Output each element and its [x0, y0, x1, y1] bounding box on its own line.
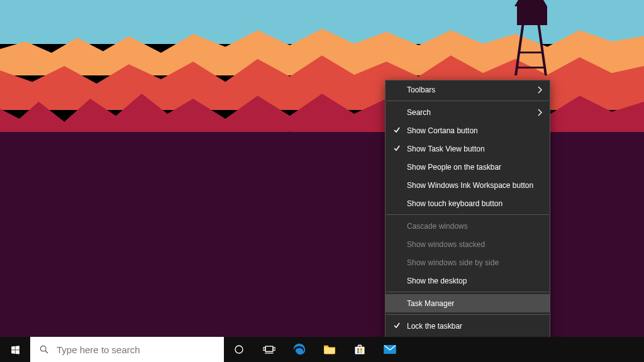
menu-label: Toolbars	[407, 85, 435, 94]
mail-button[interactable]	[375, 337, 405, 362]
menu-label: Show touch keyboard button	[407, 199, 502, 208]
taskbar[interactable]	[0, 337, 644, 362]
menu-item-search[interactable]: Search	[386, 103, 550, 121]
menu-label: Task Manager	[407, 299, 454, 308]
menu-label: Show windows stacked	[407, 240, 485, 249]
task-view-icon	[263, 344, 275, 354]
menu-separator	[386, 101, 549, 101]
watchtower-graphic	[512, 6, 550, 75]
menu-item-show-task-view-button[interactable]: Show Task View button	[386, 140, 550, 158]
folder-icon	[323, 344, 336, 355]
search-input[interactable]	[55, 336, 224, 362]
menu-item-show-touch-keyboard[interactable]: Show touch keyboard button	[386, 194, 550, 212]
task-view-button[interactable]	[254, 337, 284, 362]
svg-point-2	[235, 346, 243, 353]
cortana-icon	[233, 344, 245, 355]
menu-item-show-windows-stacked: Show windows stacked	[386, 235, 550, 253]
cortana-button[interactable]	[224, 337, 254, 362]
chevron-right-icon	[537, 86, 542, 94]
menu-label: Lock the taskbar	[407, 322, 462, 331]
search-icon	[39, 344, 49, 354]
menu-item-toolbars[interactable]: Toolbars	[386, 80, 550, 99]
check-icon	[393, 322, 401, 329]
svg-rect-11	[360, 351, 362, 353]
menu-item-show-people[interactable]: Show People on the taskbar	[386, 158, 550, 176]
menu-item-show-cortana-button[interactable]: Show Cortana button	[386, 121, 550, 140]
mail-icon	[383, 344, 397, 354]
menu-item-show-windows-side-by-side: Show windows side by side	[386, 253, 550, 272]
svg-line-1	[45, 351, 48, 353]
svg-rect-10	[357, 351, 359, 353]
windows-logo-icon	[10, 344, 21, 355]
menu-item-show-ink-workspace[interactable]: Show Windows Ink Workspace button	[386, 176, 550, 194]
svg-rect-8	[357, 348, 359, 350]
menu-label: Show the desktop	[407, 277, 467, 285]
taskbar-search[interactable]	[30, 337, 224, 362]
chevron-right-icon	[537, 109, 542, 116]
menu-label: Show Cortana button	[407, 126, 478, 135]
menu-label: Show People on the taskbar	[407, 163, 501, 172]
svg-rect-3	[265, 346, 273, 351]
taskbar-context-menu: Toolbars Search Show Cortana button Show…	[385, 80, 550, 354]
menu-label: Cascade windows	[407, 222, 468, 231]
edge-icon	[292, 343, 306, 356]
check-icon	[393, 145, 401, 152]
menu-separator	[386, 292, 549, 292]
menu-item-cascade-windows: Cascade windows	[386, 217, 550, 235]
start-button[interactable]	[0, 337, 30, 362]
svg-rect-5	[274, 348, 275, 351]
menu-item-show-the-desktop[interactable]: Show the desktop	[386, 272, 550, 290]
menu-label: Show Windows Ink Workspace button	[407, 181, 533, 190]
microsoft-store-button[interactable]	[345, 337, 375, 362]
svg-rect-4	[264, 348, 265, 351]
svg-point-0	[40, 346, 46, 351]
file-explorer-button[interactable]	[314, 337, 345, 362]
menu-item-lock-the-taskbar[interactable]: Lock the taskbar	[386, 317, 550, 335]
menu-separator	[386, 214, 549, 215]
svg-rect-7	[355, 347, 365, 354]
menu-separator	[386, 314, 549, 315]
edge-button[interactable]	[284, 337, 314, 362]
store-icon	[353, 343, 366, 356]
menu-label: Search	[407, 108, 431, 117]
check-icon	[393, 126, 401, 134]
svg-rect-9	[360, 348, 362, 350]
menu-label: Show Task View button	[407, 145, 485, 153]
menu-item-task-manager[interactable]: Task Manager	[386, 294, 550, 312]
menu-label: Show windows side by side	[407, 258, 499, 267]
